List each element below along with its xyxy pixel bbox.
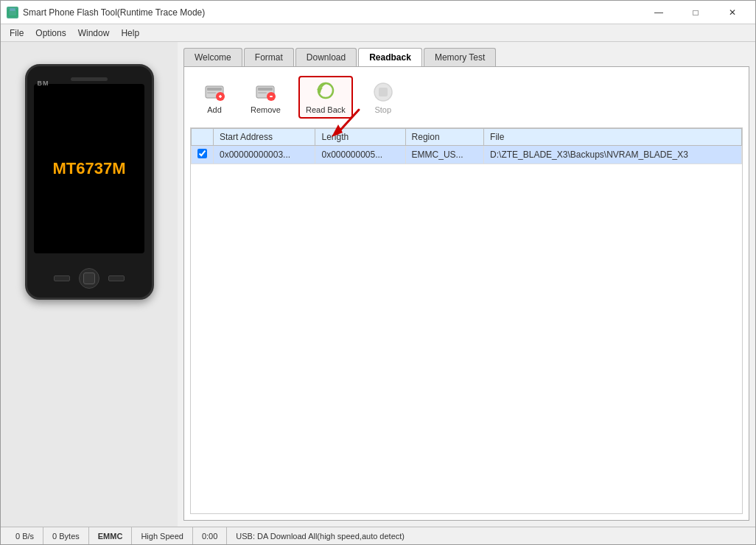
table-header-row: Start Address Length Region File (192, 129, 742, 146)
checkbox-input[interactable] (197, 149, 207, 158)
status-connection: High Speed (132, 527, 193, 544)
menu-help[interactable]: Help (115, 27, 145, 40)
tab-bar: Welcome Format Download Readback Memory … (183, 48, 749, 66)
tab-welcome[interactable]: Welcome (183, 48, 242, 66)
readback-button[interactable]: Read Back (298, 76, 353, 119)
tab-format[interactable]: Format (244, 48, 294, 66)
tab-memory-test[interactable]: Memory Test (424, 48, 496, 66)
title-bar-left: Smart Phone Flash Tool(Runtime Trace Mod… (7, 7, 205, 18)
phone-sidebar: BM MT6737M (1, 42, 178, 527)
svg-rect-4 (207, 92, 216, 94)
status-bar: 0 B/s 0 Bytes EMMC High Speed 0:00 USB: … (1, 527, 755, 544)
app-icon (7, 7, 18, 18)
row-region: EMMC_US... (405, 146, 484, 164)
readback-table: Start Address Length Region File (191, 128, 742, 164)
svg-rect-10 (258, 92, 267, 94)
phone-back-btn (54, 275, 70, 281)
menu-bar: File Options Window Help (1, 24, 755, 42)
menu-options[interactable]: Options (29, 27, 71, 40)
row-file: D:\ZTE_BLADE_X3\Backups\NVRAM_BLADE_X3 (484, 146, 742, 164)
phone-model: MT6737M (52, 159, 125, 178)
stop-icon (371, 80, 395, 104)
tab-readback[interactable]: Readback (358, 48, 422, 66)
svg-rect-12 (270, 96, 273, 97)
toolbar: Add (190, 73, 743, 122)
remove-button[interactable]: Remove (245, 77, 287, 117)
col-length: Length (315, 129, 405, 146)
phone-home-inner (83, 272, 95, 284)
window-title: Smart Phone Flash Tool(Runtime Trace Mod… (23, 7, 205, 18)
row-checkbox (192, 146, 214, 164)
phone-brand: BM (38, 80, 49, 87)
col-start-address: Start Address (214, 129, 315, 146)
toolbar-wrapper: Add (190, 73, 743, 127)
col-region: Region (405, 129, 484, 146)
phone-screen: MT6737M (34, 84, 144, 253)
main-panel: Add (183, 66, 749, 521)
status-bytes: 0 Bytes (43, 527, 89, 544)
add-button[interactable]: Add (196, 77, 233, 117)
status-message: USB: DA Download All(high speed,auto det… (227, 527, 749, 544)
main-layout: BM MT6737M Welcom (1, 42, 755, 527)
maximize-button[interactable]: □ (679, 2, 713, 23)
status-type: EMMC (89, 527, 133, 544)
status-speed: 0 B/s (7, 527, 43, 544)
menu-file[interactable]: File (4, 27, 29, 40)
phone-device: BM MT6737M (25, 64, 154, 300)
window-controls: — □ ✕ (642, 2, 749, 23)
remove-label: Remove (251, 105, 281, 114)
col-checkbox (192, 129, 214, 146)
phone-speaker (71, 77, 108, 81)
table-container: Start Address Length Region File (190, 127, 743, 514)
phone-bottom (54, 268, 125, 289)
content-area: Welcome Format Download Readback Memory … (178, 42, 755, 527)
menu-window[interactable]: Window (72, 27, 116, 40)
svg-rect-7 (220, 95, 221, 98)
stop-label: Stop (374, 105, 391, 114)
table-row[interactable]: 0x00000000003... 0x000000005... EMMC_US.… (192, 146, 742, 164)
readback-icon (314, 80, 337, 104)
remove-icon (253, 80, 277, 104)
close-button[interactable]: ✕ (715, 2, 749, 23)
row-length: 0x000000005... (315, 146, 405, 164)
title-bar: Smart Phone Flash Tool(Runtime Trace Mod… (1, 1, 755, 24)
svg-rect-18 (379, 88, 388, 96)
phone-menu-btn (108, 275, 125, 281)
svg-rect-9 (258, 88, 273, 91)
col-file: File (484, 129, 742, 146)
minimize-button[interactable]: — (642, 2, 676, 23)
status-time: 0:00 (193, 527, 227, 544)
tab-download[interactable]: Download (295, 48, 357, 66)
phone-top: MT6737M (35, 77, 144, 253)
add-icon (203, 80, 226, 104)
add-label: Add (207, 105, 222, 114)
svg-rect-1 (10, 8, 15, 11)
main-window: Smart Phone Flash Tool(Runtime Trace Mod… (0, 0, 756, 545)
svg-rect-3 (207, 88, 222, 91)
row-start-address: 0x00000000003... (214, 146, 315, 164)
readback-label: Read Back (306, 105, 346, 114)
stop-button[interactable]: Stop (365, 77, 402, 117)
phone-home-btn (79, 268, 99, 289)
